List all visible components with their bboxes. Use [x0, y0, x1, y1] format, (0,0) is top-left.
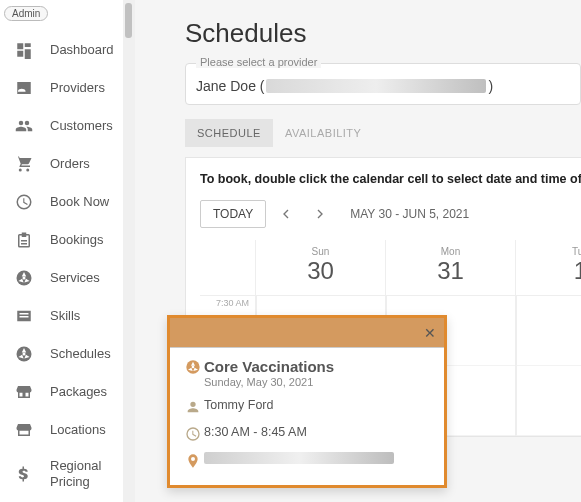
people-icon: [14, 116, 34, 136]
admin-badge: Admin: [4, 6, 48, 21]
nav-label: Orders: [50, 156, 90, 172]
booking-popover: ✕ Core Vaccinations Sunday, May 30, 2021…: [167, 315, 447, 488]
sidebar-item-skills[interactable]: Skills: [0, 297, 134, 335]
nav-label: Customers: [50, 118, 113, 134]
radiation-icon: [182, 359, 204, 375]
sidebar-scrollbar[interactable]: [123, 0, 135, 502]
nav-label: Providers: [50, 80, 105, 96]
clock-icon: [182, 426, 204, 442]
day-of-week: Sun: [256, 246, 385, 257]
nav-list: Dashboard Providers Customers Orders Boo…: [0, 31, 134, 502]
date-range-label: MAY 30 - JUN 5, 2021: [350, 207, 469, 221]
list-box-icon: [14, 306, 34, 326]
clock-icon: [14, 192, 34, 212]
day-header[interactable]: Mon 31: [385, 240, 515, 295]
calendar-cell[interactable]: [516, 366, 581, 436]
nav-label: Skills: [50, 308, 80, 324]
day-of-week: Tue: [516, 246, 581, 257]
sidebar-item-providers[interactable]: Providers: [0, 69, 134, 107]
tab-schedule[interactable]: SCHEDULE: [185, 119, 273, 147]
sidebar-item-customers[interactable]: Customers: [0, 107, 134, 145]
sidebar-item-bookings[interactable]: Bookings: [0, 221, 134, 259]
calendar-cell[interactable]: [516, 296, 581, 366]
tab-availability[interactable]: AVAILABILITY: [273, 119, 374, 147]
sidebar: Admin Dashboard Providers Customers Orde…: [0, 0, 135, 502]
sidebar-item-packages[interactable]: Packages: [0, 373, 134, 411]
nav-label: Packages: [50, 384, 107, 400]
sidebar-item-book-now[interactable]: Book Now: [0, 183, 134, 221]
radiation-icon: [14, 344, 34, 364]
sidebar-item-schedules[interactable]: Schedules: [0, 335, 134, 373]
popover-time: 8:30 AM - 8:45 AM: [204, 425, 307, 439]
day-of-month: 1: [516, 257, 581, 285]
day-of-month: 31: [386, 257, 515, 285]
id-card-icon: [14, 78, 34, 98]
svg-point-5: [192, 366, 195, 369]
dollar-icon: [14, 464, 34, 484]
popover-title: Core Vaccinations: [204, 358, 334, 375]
nav-label: Schedules: [50, 346, 111, 362]
radiation-icon: [14, 268, 34, 288]
day-header[interactable]: Tue 1: [515, 240, 581, 295]
nav-label: Locations: [50, 422, 106, 438]
calendar-hint: To book, double click the calendar cell …: [200, 172, 581, 186]
person-icon: [182, 399, 204, 415]
tabs: SCHEDULE AVAILABILITY: [185, 119, 581, 147]
nav-label: Book Now: [50, 194, 109, 210]
sidebar-item-services[interactable]: Services: [0, 259, 134, 297]
provider-name-suffix: ): [488, 78, 493, 94]
popover-header: ✕: [170, 318, 444, 348]
page-title: Schedules: [185, 18, 581, 49]
provider-legend: Please select a provider: [196, 56, 321, 68]
location-pin-icon: [182, 453, 204, 469]
sidebar-item-orders[interactable]: Orders: [0, 145, 134, 183]
sidebar-item-users[interactable]: Users: [0, 498, 134, 502]
store-icon: [14, 420, 34, 440]
prev-week-button[interactable]: [272, 200, 300, 228]
provider-name-prefix: Jane Doe (: [196, 78, 264, 94]
store-icon: [14, 382, 34, 402]
next-week-button[interactable]: [306, 200, 334, 228]
sidebar-item-locations[interactable]: Locations: [0, 411, 134, 449]
nav-label: Bookings: [50, 232, 103, 248]
nav-label: Services: [50, 270, 100, 286]
day-header[interactable]: Sun 30: [255, 240, 385, 295]
provider-select[interactable]: Please select a provider Jane Doe ( ): [185, 63, 581, 105]
redacted-text: [266, 79, 486, 93]
day-of-week: Mon: [386, 246, 515, 257]
popover-customer: Tommy Ford: [204, 398, 273, 412]
nav-label: Dashboard: [50, 42, 114, 58]
dashboard-icon: [14, 40, 34, 60]
scrollbar-thumb[interactable]: [125, 3, 132, 38]
provider-name: Jane Doe ( ): [196, 78, 570, 94]
today-button[interactable]: TODAY: [200, 200, 266, 228]
clipboard-icon: [14, 230, 34, 250]
sidebar-item-regional-pricing[interactable]: Regional Pricing: [0, 449, 134, 498]
calendar-toolbar: TODAY MAY 30 - JUN 5, 2021: [200, 200, 581, 228]
svg-point-3: [23, 353, 26, 356]
nav-label: Regional Pricing: [50, 458, 134, 489]
cart-icon: [14, 154, 34, 174]
sidebar-item-dashboard[interactable]: Dashboard: [0, 31, 134, 69]
popover-subtitle: Sunday, May 30, 2021: [204, 376, 334, 388]
redacted-text: [204, 452, 394, 464]
svg-point-1: [23, 277, 26, 280]
day-of-month: 30: [256, 257, 385, 285]
close-icon[interactable]: ✕: [424, 325, 436, 341]
